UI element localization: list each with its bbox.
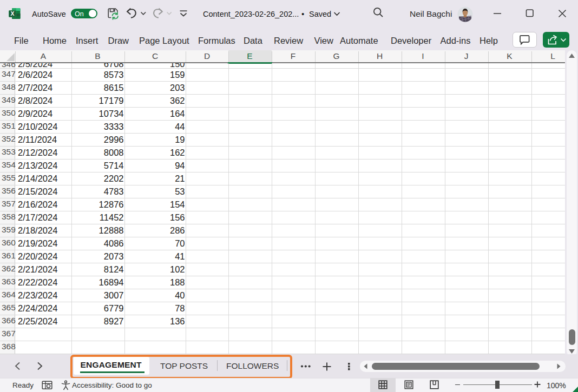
svg-text:X: X <box>10 10 14 17</box>
